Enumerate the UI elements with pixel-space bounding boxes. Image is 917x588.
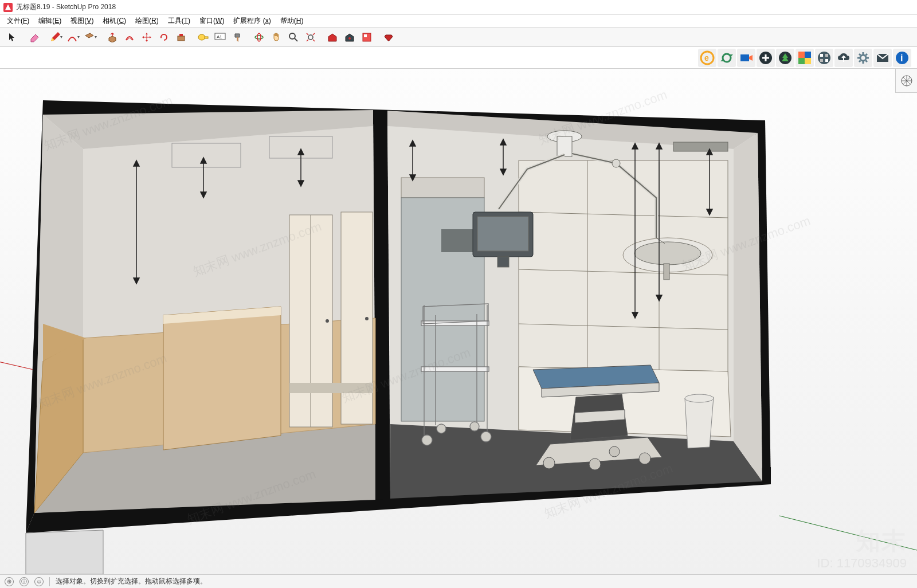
- svg-point-40: [326, 319, 329, 323]
- info-icon: i: [895, 50, 910, 65]
- menu-window[interactable]: 窗口(W): [195, 15, 229, 27]
- scene-render: [0, 69, 917, 574]
- svg-point-70: [639, 453, 650, 464]
- plugin-toolbar: e i: [0, 47, 917, 69]
- view-cube-icon[interactable]: [900, 74, 914, 88]
- menu-draw[interactable]: 绘图(R): [131, 15, 163, 27]
- svg-text:i: i: [900, 53, 903, 63]
- svg-point-71: [609, 446, 620, 457]
- zoom-extents-tool[interactable]: [303, 29, 319, 45]
- move-tool[interactable]: [139, 29, 155, 45]
- menu-edit[interactable]: 编辑(E): [34, 15, 66, 27]
- rotate-tool[interactable]: [156, 29, 172, 45]
- svg-rect-56: [441, 229, 473, 252]
- plugin-gear-icon[interactable]: [854, 49, 872, 67]
- svg-rect-73: [421, 367, 489, 371]
- geo-location-icon[interactable]: ⊕: [5, 577, 14, 586]
- menu-help[interactable]: 帮助(H): [276, 15, 308, 27]
- eraser-tool[interactable]: [26, 29, 42, 45]
- layout-icon: [362, 32, 372, 42]
- scale-icon: [176, 32, 186, 42]
- zoom-extents-icon: [305, 32, 316, 42]
- zoom-tool[interactable]: [285, 29, 301, 45]
- plugin-mail-icon[interactable]: [873, 49, 892, 67]
- scale-tool[interactable]: [173, 29, 189, 45]
- rotate-icon: [159, 32, 169, 42]
- tape-tool[interactable]: [195, 29, 211, 45]
- svg-point-41: [365, 317, 369, 320]
- svg-rect-28: [820, 59, 823, 62]
- svg-rect-23: [798, 58, 805, 64]
- arc-tool[interactable]: ▾: [65, 29, 81, 45]
- plugin-cloud-icon[interactable]: [834, 49, 853, 67]
- cloud-upload-icon: [836, 50, 851, 65]
- svg-rect-62: [497, 257, 509, 267]
- plugin-info-icon[interactable]: i: [893, 49, 911, 67]
- svg-point-65: [634, 242, 701, 265]
- svg-rect-26: [820, 54, 823, 57]
- svg-point-80: [437, 424, 446, 433]
- svg-rect-61: [477, 217, 528, 251]
- svg-point-25: [818, 52, 830, 64]
- text-tool[interactable]: A1: [212, 29, 228, 45]
- svg-rect-5: [205, 37, 208, 38]
- svg-point-79: [481, 432, 491, 442]
- menu-extensions[interactable]: 扩展程序 (x): [229, 15, 275, 27]
- line-tool[interactable]: ▾: [48, 29, 64, 45]
- offset-tool[interactable]: [122, 29, 138, 45]
- menu-view[interactable]: 视图(V): [66, 15, 98, 27]
- right-dock: [895, 69, 917, 93]
- pan-icon: [271, 32, 281, 42]
- credits-icon[interactable]: ⓘ: [19, 577, 29, 586]
- menu-file[interactable]: 文件(F): [2, 15, 34, 27]
- rectangle-tool[interactable]: ▾: [83, 29, 99, 45]
- orbit-tool[interactable]: [251, 29, 267, 45]
- svg-rect-59: [557, 136, 572, 156]
- paint-tool[interactable]: [229, 29, 245, 45]
- gear-icon: [856, 50, 871, 65]
- arc-icon: [67, 32, 77, 42]
- svg-point-12: [308, 35, 313, 40]
- extension-icon: [344, 32, 355, 42]
- pushpull-tool[interactable]: [104, 29, 120, 45]
- select-tool[interactable]: [5, 29, 21, 45]
- svg-point-81: [470, 422, 479, 431]
- svg-rect-3: [179, 34, 183, 36]
- plugin-tree-icon[interactable]: [776, 49, 794, 67]
- svg-rect-39: [289, 383, 373, 393]
- svg-point-10: [289, 33, 295, 39]
- status-hint: 选择对象。切换到扩充选择。拖动鼠标选择多项。: [56, 577, 207, 586]
- svg-point-8: [255, 36, 263, 39]
- ruby-icon: [383, 32, 394, 42]
- extension-warehouse-tool[interactable]: [342, 29, 358, 45]
- pan-tool[interactable]: [268, 29, 284, 45]
- sync-icon: [719, 50, 734, 65]
- orbit-icon: [254, 32, 264, 42]
- pencil-icon: [50, 32, 60, 42]
- plugin-e-icon[interactable]: e: [698, 49, 716, 67]
- svg-point-9: [257, 33, 261, 41]
- plus-circle-icon: [758, 50, 773, 65]
- eraser-icon: [29, 32, 40, 42]
- plugin-add-icon[interactable]: [757, 49, 775, 67]
- svg-rect-21: [798, 52, 805, 58]
- palette-icon: [797, 50, 812, 65]
- pushpull-icon: [107, 32, 118, 42]
- ruby-tool[interactable]: [381, 29, 397, 45]
- plugin-checker-icon[interactable]: [815, 49, 833, 67]
- menu-camera[interactable]: 相机(C): [98, 15, 131, 27]
- warehouse-tool[interactable]: [324, 29, 340, 45]
- svg-rect-15: [364, 34, 367, 37]
- plugin-sync-icon[interactable]: [718, 49, 736, 67]
- model-viewport[interactable]: 知末网 www.znzmo.com 知末网 www.znzmo.com 知末网 …: [0, 69, 917, 574]
- menu-tools[interactable]: 工具(T): [163, 15, 195, 27]
- zoom-icon: [288, 32, 299, 42]
- svg-point-30: [860, 55, 866, 61]
- plugin-palette-icon[interactable]: [795, 49, 814, 67]
- svg-point-63: [612, 159, 620, 167]
- plugin-camera-icon[interactable]: [737, 49, 755, 67]
- svg-rect-54: [401, 178, 484, 198]
- layout-tool[interactable]: [359, 29, 375, 45]
- profile-icon[interactable]: ☺: [34, 577, 44, 586]
- paint-icon: [232, 32, 242, 42]
